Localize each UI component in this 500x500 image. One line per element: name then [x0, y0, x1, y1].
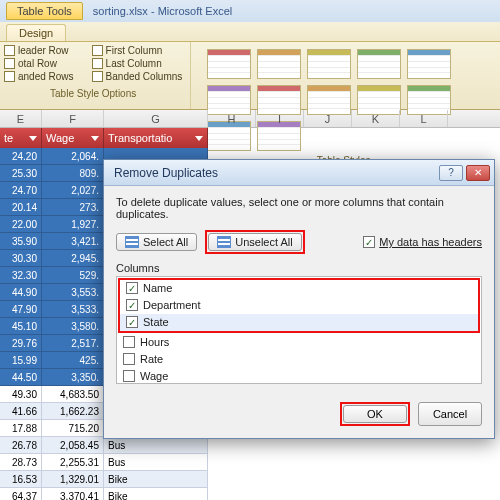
table-row[interactable]: 28.732,255.31Bus [0, 454, 500, 471]
ok-button[interactable]: OK [343, 405, 407, 423]
column-item[interactable]: ✓Department [120, 297, 478, 314]
table-style[interactable] [357, 49, 401, 79]
table-style[interactable] [207, 49, 251, 79]
checkbox-icon: ✓ [126, 299, 138, 311]
title-bar: Table Tools sorting.xlsx - Microsoft Exc… [0, 0, 500, 22]
dropdown-icon[interactable] [29, 136, 37, 141]
columns-label: Columns [116, 262, 482, 274]
window-title: sorting.xlsx - Microsoft Excel [93, 5, 232, 17]
checkbox-icon: ✓ [363, 236, 375, 248]
opt-header-row[interactable]: leader Row [4, 45, 74, 56]
col-J[interactable]: J [304, 110, 352, 127]
col-K[interactable]: K [352, 110, 400, 127]
col-E[interactable]: E [0, 110, 42, 127]
checkbox-icon: ✓ [126, 282, 138, 294]
checkbox-icon: ✓ [126, 316, 138, 328]
contextual-tab-label: Table Tools [6, 2, 83, 20]
style-gallery[interactable] [195, 45, 492, 151]
table-row[interactable]: 26.782,058.45Bus [0, 437, 500, 454]
cancel-button[interactable]: Cancel [418, 402, 482, 426]
opt-last-column[interactable]: Last Column [92, 58, 183, 69]
column-item[interactable]: ✓Name [120, 280, 478, 297]
col-I[interactable]: I [256, 110, 304, 127]
col-G[interactable]: G [104, 110, 208, 127]
table-row[interactable]: 16.531,329.01Bike [0, 471, 500, 488]
col-H[interactable]: H [208, 110, 256, 127]
column-item[interactable]: Wage [117, 368, 481, 384]
list-icon [217, 236, 231, 248]
list-icon [125, 236, 139, 248]
table-style[interactable] [307, 49, 351, 79]
th-transportation[interactable]: Transportatio [104, 128, 208, 148]
highlight-ok: OK [340, 402, 410, 426]
group-table-style-options: leader Row otal Row anded Rows First Col… [0, 42, 191, 109]
th-rate[interactable]: te [0, 128, 42, 148]
opt-first-column[interactable]: First Column [92, 45, 183, 56]
table-row[interactable]: 64.373,370.41Bike [0, 488, 500, 500]
close-button[interactable]: ✕ [466, 165, 490, 181]
column-item[interactable]: Rate [117, 351, 481, 368]
column-item[interactable]: ✓State [120, 314, 478, 331]
tab-design[interactable]: Design [6, 24, 66, 41]
checkbox-icon [123, 336, 135, 348]
highlight-unselect: Unselect All [205, 230, 304, 254]
th-wage[interactable]: Wage [42, 128, 104, 148]
opt-banded-rows[interactable]: anded Rows [4, 71, 74, 82]
help-button[interactable]: ? [439, 165, 463, 181]
my-data-has-headers[interactable]: ✓ My data has headers [363, 236, 482, 248]
dropdown-icon[interactable] [91, 136, 99, 141]
columns-list[interactable]: ✓Name✓Department✓State HoursRateWage [116, 276, 482, 384]
unselect-all-button[interactable]: Unselect All [208, 233, 301, 251]
group-label: Table Style Options [4, 88, 182, 99]
dialog-title: Remove Duplicates [114, 166, 218, 180]
group-table-styles: Table Styles [191, 42, 500, 109]
checkbox-icon [123, 353, 135, 365]
dialog-instruction: To delete duplicate values, select one o… [116, 196, 482, 220]
ribbon-tabs: Design [0, 22, 500, 42]
highlight-columns: ✓Name✓Department✓State [118, 278, 480, 333]
opt-banded-columns[interactable]: Banded Columns [92, 71, 183, 82]
opt-total-row[interactable]: otal Row [4, 58, 74, 69]
dropdown-icon[interactable] [195, 136, 203, 141]
table-style[interactable] [257, 49, 301, 79]
ribbon: leader Row otal Row anded Rows First Col… [0, 42, 500, 110]
remove-duplicates-dialog: Remove Duplicates ? ✕ To delete duplicat… [103, 159, 495, 439]
column-headers: E F G H I J K L [0, 110, 500, 128]
col-F[interactable]: F [42, 110, 104, 127]
column-item[interactable]: Hours [117, 334, 481, 351]
checkbox-icon [123, 370, 135, 382]
dialog-titlebar[interactable]: Remove Duplicates ? ✕ [104, 160, 494, 186]
col-L[interactable]: L [400, 110, 448, 127]
table-style[interactable] [407, 49, 451, 79]
select-all-button[interactable]: Select All [116, 233, 197, 251]
